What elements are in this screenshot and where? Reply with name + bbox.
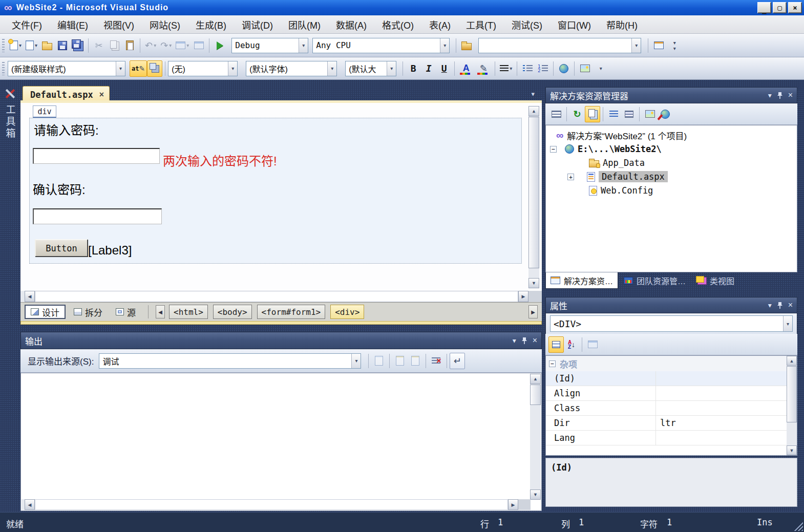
solution-tree[interactable]: ∞ 解决方案“WebSite2” (1 个项目) − E:\...\WebSit… (545, 125, 797, 272)
font-color-button[interactable]: A (457, 60, 475, 77)
scroll-up-icon[interactable]: ▲ (528, 106, 539, 116)
configuration-combo[interactable]: Debug ▾ (231, 38, 308, 53)
find-combo[interactable]: ▾ (478, 38, 641, 53)
tree-item-default-aspx[interactable]: + Default.aspx (567, 170, 668, 183)
div-tag-label[interactable]: div (33, 105, 56, 118)
menu-debug[interactable]: 调试(D) (234, 15, 281, 34)
navigate-backward-button[interactable]: ▾ (174, 37, 191, 54)
toolbar-overflow-button[interactable]: ▾ ▾ (666, 37, 682, 54)
property-row-dir[interactable]: Dir ltr (546, 416, 797, 431)
property-row-class[interactable]: Class (546, 401, 797, 416)
property-pages-button[interactable] (585, 336, 600, 353)
breadcrumb-scroll-left[interactable]: ◀ (156, 305, 165, 318)
menu-file[interactable]: 文件(F) (4, 15, 50, 34)
window-position-chevron-icon[interactable]: ▾ (513, 336, 516, 345)
add-item-button[interactable]: ▾ (24, 37, 39, 54)
breadcrumb-html[interactable]: <html> (169, 305, 208, 319)
object-selector-combo[interactable]: <DIV> ▾ (550, 315, 793, 332)
close-icon[interactable]: × (533, 336, 537, 345)
bold-button[interactable]: B (406, 60, 421, 77)
font-family-combo[interactable]: (默认字体) ▾ (246, 61, 337, 76)
save-all-button[interactable] (70, 37, 86, 54)
output-panel-header[interactable]: 输出 ▾ × (20, 332, 542, 349)
property-grid[interactable]: − 杂项 (Id) Align Class Dir ltr Lang ▲ ▼ (545, 355, 797, 456)
menu-build[interactable]: 生成(B) (188, 15, 234, 34)
font-size-combo[interactable]: (默认大 ▾ (345, 61, 396, 76)
breadcrumb-scroll-right[interactable]: ▶ (528, 305, 538, 318)
collapse-expander-icon[interactable]: − (550, 146, 557, 153)
editor-horizontal-scrollbar[interactable]: ◀ ▶ (20, 291, 542, 302)
refresh-button[interactable]: ↻ (569, 106, 585, 122)
password-textbox-1[interactable] (33, 148, 160, 164)
menu-window[interactable]: 窗口(W) (550, 15, 599, 34)
platform-combo[interactable]: Any CPU ▾ (312, 38, 450, 53)
pin-icon[interactable] (777, 92, 783, 99)
scrollbar-thumb[interactable] (530, 385, 541, 405)
alphabetical-button[interactable]: AZ ↓ (564, 336, 579, 353)
undo-button[interactable]: ↶▾ (143, 37, 158, 54)
save-button[interactable] (55, 37, 70, 54)
tab-team-explorer[interactable]: 团队资源管… (619, 272, 690, 289)
breadcrumb-form[interactable]: <form#form1> (257, 305, 326, 319)
cut-button[interactable]: ✂ (91, 37, 107, 54)
start-debug-button[interactable] (212, 37, 227, 54)
menu-edit[interactable]: 编辑(E) (50, 15, 96, 34)
pin-icon[interactable] (521, 337, 527, 345)
scroll-down-icon[interactable]: ▼ (530, 490, 541, 500)
scroll-left-icon[interactable]: ◀ (25, 499, 35, 510)
scrollbar-track[interactable] (35, 499, 508, 510)
redo-button[interactable]: ↷▾ (158, 37, 174, 54)
design-div-outline[interactable] (29, 118, 522, 264)
previous-message-button[interactable] (392, 353, 408, 369)
menu-view[interactable]: 视图(V) (96, 15, 142, 34)
tree-item-solution[interactable]: ∞ 解决方案“WebSite2” (1 个项目) (556, 129, 687, 142)
document-list-chevron-icon[interactable]: ▾ (531, 90, 535, 98)
scroll-up-icon[interactable]: ▲ (787, 356, 797, 366)
clear-output-button[interactable]: × (429, 353, 444, 369)
asp-net-configuration-button[interactable] (658, 106, 673, 122)
scrollbar-thumb[interactable] (787, 366, 797, 422)
maximize-button[interactable]: ▢ (773, 2, 787, 13)
menu-data[interactable]: 数据(A) (328, 15, 374, 34)
breadcrumb-body[interactable]: <body> (213, 305, 252, 319)
scroll-down-icon[interactable]: ▼ (787, 445, 797, 455)
minimize-button[interactable]: _ (757, 2, 771, 13)
menu-test[interactable]: 测试(S) (504, 15, 550, 34)
underline-button[interactable]: U (436, 60, 452, 77)
collapse-expander-icon[interactable]: − (549, 360, 556, 367)
toolbar-grip[interactable] (2, 39, 5, 52)
bullet-list-button[interactable] (520, 60, 535, 77)
scroll-right-icon[interactable]: ▶ (508, 499, 518, 510)
hyperlink-button[interactable] (556, 60, 572, 77)
menu-tools[interactable]: 工具(T) (458, 15, 504, 34)
tab-close-icon[interactable]: × (99, 90, 104, 99)
target-rule-button[interactable]: at ✎ (130, 60, 147, 77)
breadcrumb-div[interactable]: <div> (330, 305, 364, 319)
close-button[interactable]: × (788, 2, 802, 13)
tab-solution-explorer[interactable]: 解决方案资… (545, 272, 618, 289)
design-button-control[interactable]: Button (35, 239, 88, 257)
highlight-color-button[interactable]: ✎ (475, 60, 492, 77)
expand-expander-icon[interactable]: + (567, 174, 574, 180)
insert-image-button[interactable] (577, 60, 593, 77)
editor-vertical-scrollbar[interactable]: ▲ ▼ (528, 106, 539, 288)
tree-item-project[interactable]: − E:\...\WebSite2\ (550, 142, 662, 156)
next-message-button[interactable] (408, 353, 423, 369)
resize-grip[interactable] (794, 522, 803, 531)
tab-design-view[interactable]: 设计 (25, 305, 66, 319)
password-textbox-2[interactable] (33, 208, 162, 224)
scroll-right-icon[interactable]: ▶ (518, 291, 528, 302)
style-application-button[interactable] (147, 60, 162, 77)
toolbar-grip[interactable] (2, 62, 5, 75)
output-vertical-scrollbar[interactable]: ▲ ▼ (530, 374, 541, 500)
new-project-button[interactable]: ▾ (8, 37, 24, 54)
nest-related-files-button[interactable] (606, 106, 621, 122)
navigate-forward-button[interactable] (191, 37, 206, 54)
grid-vertical-scrollbar[interactable]: ▲ ▼ (787, 356, 797, 455)
design-editor-surface[interactable]: div 请输入密码: 两次输入的密码不符! 确认密码: Button [Labe… (20, 103, 542, 291)
scroll-left-icon[interactable]: ◀ (25, 291, 35, 302)
css-style-combo[interactable]: (新建级联样式) ▾ (8, 61, 125, 76)
menu-team[interactable]: 团队(M) (281, 15, 328, 34)
categorized-button[interactable] (548, 336, 564, 353)
tab-source-view[interactable]: 源 (111, 305, 141, 319)
